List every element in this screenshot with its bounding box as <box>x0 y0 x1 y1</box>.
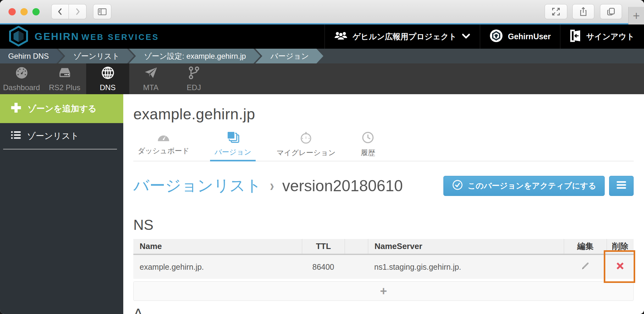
ns-table-row: example.gehirn.jp. 86400 ns1.staging.gis… <box>133 255 634 279</box>
gauge-icon <box>14 66 29 81</box>
cell-ttl: 86400 <box>302 263 345 272</box>
tab-label: 履歴 <box>361 148 375 158</box>
tab-overview-button[interactable] <box>600 4 622 19</box>
zone-title: example.gehirn.jp <box>133 106 634 123</box>
tab-label: マイグレーション <box>276 148 336 158</box>
project-switcher[interactable]: ゲヒルン広報用プロジェクト <box>325 24 480 49</box>
sidebar: ゾーンを追加する ゾーンリスト <box>0 94 123 314</box>
table-menu-button[interactable] <box>609 176 634 196</box>
cell-name: example.gehirn.jp. <box>133 263 302 272</box>
breadcrumb-zone-list[interactable]: ゾーンリスト <box>58 49 134 63</box>
service-mta[interactable]: MTA <box>129 63 172 94</box>
edit-record-button[interactable] <box>564 261 607 273</box>
clock-icon <box>361 131 375 146</box>
user-name: GehirnUser <box>508 32 551 41</box>
check-circle-icon <box>452 179 463 192</box>
tab-label: ダッシュボード <box>138 146 189 156</box>
col-header-spacer <box>345 239 368 254</box>
delete-record-button[interactable] <box>607 261 634 273</box>
minimize-window-button[interactable] <box>20 8 28 15</box>
app-header: GEHIRN WEB SERVICES ゲヒルン広報用プロジェクト Gehirn… <box>0 24 644 49</box>
globe-icon <box>101 66 115 81</box>
chevron-right-icon: › <box>270 176 274 195</box>
chevron-down-icon <box>462 32 470 41</box>
ns-section-title: NS <box>133 216 634 233</box>
version-name: version20180610 <box>282 177 403 195</box>
breadcrumb: Gehirn DNS ゾーンリスト ゾーン設定: example.gehirn.… <box>0 49 644 63</box>
service-label: Dashboard <box>3 83 40 92</box>
service-label: DNS <box>100 83 116 92</box>
col-header-ttl: TTL <box>302 239 345 254</box>
version-heading-row: バージョンリスト › version20180610 このバージョンをアクティブ… <box>133 175 634 196</box>
tab-version[interactable]: バージョン <box>210 131 256 161</box>
activate-button-label: このバージョンをアクティブにする <box>468 181 596 191</box>
col-header-delete: 削除 <box>607 239 634 254</box>
add-ns-record-button[interactable]: + <box>133 281 634 301</box>
tab-label: バージョン <box>214 147 251 157</box>
project-name: ゲヒルン広報用プロジェクト <box>353 31 457 42</box>
half-gauge-icon <box>157 131 170 144</box>
traffic-lights <box>8 8 40 15</box>
plus-icon <box>11 102 21 115</box>
service-label: RS2 Plus <box>49 83 80 92</box>
main-panel: example.gehirn.jp ダッシュボード バージョン <box>123 94 644 314</box>
ns-table-header: Name TTL NameServer 編集 削除 <box>133 239 634 255</box>
stopwatch-icon <box>299 131 313 146</box>
zoom-window-button[interactable] <box>32 8 40 15</box>
service-rs2plus[interactable]: RS2 Plus <box>43 63 86 94</box>
signout-button[interactable]: サインアウト <box>560 24 644 49</box>
sidebar-item-zone-list[interactable]: ゾーンリスト <box>0 123 123 149</box>
col-header-nameserver: NameServer <box>368 239 564 254</box>
tab-migration[interactable]: マイグレーション <box>272 131 340 161</box>
service-dns[interactable]: DNS <box>86 63 129 94</box>
chevron-left-icon <box>55 7 65 16</box>
user-menu[interactable]: GehirnUser <box>480 24 560 49</box>
zone-list-label: ゾーンリスト <box>27 130 79 142</box>
service-nav: Dashboard RS2 Plus DNS MTA EDJ <box>0 63 644 94</box>
hamburger-icon <box>616 181 627 191</box>
breadcrumb-version[interactable]: バージョン <box>255 49 323 63</box>
a-section-title: A <box>133 305 634 314</box>
users-group-icon <box>334 30 347 43</box>
share-icon <box>579 7 588 17</box>
service-edj[interactable]: EDJ <box>172 63 215 94</box>
sidebar-icon <box>97 7 107 16</box>
expand-arrows-icon <box>551 7 561 17</box>
close-window-button[interactable] <box>8 8 16 15</box>
brand-name: GEHIRN <box>35 31 79 42</box>
service-label: MTA <box>143 83 158 92</box>
col-header-edit: 編集 <box>564 239 607 254</box>
add-zone-label: ゾーンを追加する <box>28 103 97 114</box>
ns-table: Name TTL NameServer 編集 削除 example.gehirn… <box>133 239 634 301</box>
signout-label: サインアウト <box>586 31 635 42</box>
activate-version-button[interactable]: このバージョンをアクティブにする <box>443 176 605 196</box>
hexagon-logo-icon <box>9 26 28 48</box>
version-list-link[interactable]: バージョンリスト <box>133 175 262 196</box>
list-icon <box>11 130 21 142</box>
add-zone-button[interactable]: ゾーンを追加する <box>0 94 123 123</box>
gehirn-logo[interactable]: GEHIRN WEB SERVICES <box>0 24 325 49</box>
breadcrumb-zone-settings[interactable]: ゾーン設定: example.gehirn.jp <box>129 49 260 63</box>
stacked-pages-icon <box>226 131 240 145</box>
paper-plane-icon <box>144 66 158 81</box>
fullscreen-button[interactable] <box>545 4 567 19</box>
breadcrumb-gehirn-dns[interactable]: Gehirn DNS <box>0 49 63 63</box>
pencil-icon <box>580 261 590 273</box>
zone-tabs: ダッシュボード バージョン マイグレーション <box>133 131 634 161</box>
red-x-icon <box>615 261 625 273</box>
brand-suffix: WEB SERVICES <box>81 32 159 42</box>
service-label: EDJ <box>187 83 201 92</box>
service-dashboard[interactable]: Dashboard <box>0 63 43 94</box>
sidebar-toggle-button[interactable] <box>93 4 111 19</box>
chevron-right-icon <box>73 7 82 16</box>
plus-icon: + <box>633 9 640 23</box>
tab-history[interactable]: 履歴 <box>356 131 380 161</box>
forward-button[interactable] <box>69 4 86 19</box>
new-tab-button[interactable]: + <box>628 7 644 24</box>
browser-toolbar: + <box>0 0 644 24</box>
plus-icon: + <box>380 284 387 298</box>
signout-door-icon <box>570 30 581 44</box>
share-button[interactable] <box>572 4 594 19</box>
tab-dashboard[interactable]: ダッシュボード <box>133 131 194 161</box>
back-button[interactable] <box>51 4 69 19</box>
